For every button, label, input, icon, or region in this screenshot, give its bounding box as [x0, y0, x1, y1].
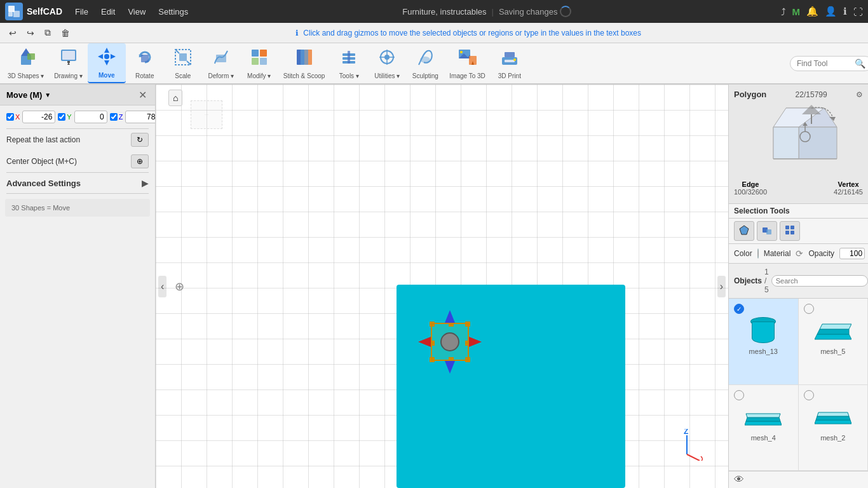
tools-icon [339, 47, 359, 71]
notification-icon[interactable]: 🔔 [806, 6, 818, 17]
mesh-5-checkbox[interactable] [804, 304, 814, 314]
repeat-action-row: Repeat the last action ↻ [0, 129, 155, 151]
divider-3 [6, 193, 149, 194]
icon-toolbar: 3D Shapes ▾ Drawing ▾ Move [0, 43, 868, 85]
panel-close-button[interactable]: ✕ [136, 88, 149, 101]
opacity-input[interactable]: 100 [839, 248, 865, 259]
tool-deform[interactable]: Deform ▾ [202, 43, 240, 83]
tool-move[interactable]: Move [88, 43, 126, 83]
tool-tools[interactable]: Tools ▾ [330, 43, 368, 83]
object-card-mesh-5[interactable]: mesh_5 [799, 299, 869, 385]
move-gizmo[interactable] [418, 310, 482, 374]
svg-rect-1 [13, 11, 20, 17]
advanced-settings-row[interactable]: Advanced Settings ▶ [0, 173, 155, 193]
y-checkbox-input[interactable] [58, 113, 65, 121]
object-card-mesh-4[interactable]: mesh_4 [729, 385, 799, 471]
advanced-arrow-icon: ▶ [142, 178, 149, 188]
object-card-mesh-13[interactable]: ✓ mesh_13 [729, 299, 799, 385]
find-tool-search-button[interactable]: 🔍 [855, 58, 865, 69]
delete-button[interactable]: 🗑 [57, 25, 74, 41]
x-value-input[interactable]: -26 [22, 111, 55, 123]
svg-marker-74 [815, 420, 851, 424]
x-checkbox-input[interactable] [6, 113, 14, 121]
mesh-settings-icon[interactable]: ⚙ [856, 90, 863, 99]
axis-indicator: Z X [671, 429, 703, 463]
M-icon[interactable]: M [792, 6, 801, 17]
tool-modify[interactable]: Modify ▾ [240, 43, 278, 83]
right-panel: Polygon 22/15799 ⚙ [728, 85, 868, 488]
tool-3d-print[interactable]: 3D Print [491, 43, 529, 83]
mesh-2-name: mesh_2 [820, 434, 845, 442]
canvas-nav-left-button[interactable]: ‹ [158, 276, 166, 297]
panel-title-text: Move (M) [6, 90, 42, 100]
tool-image-to-3d[interactable]: Image To 3D [444, 43, 491, 83]
z-checkbox-input[interactable] [110, 113, 118, 121]
svg-point-37 [420, 57, 430, 63]
objects-search-input[interactable] [771, 275, 868, 287]
z-checkbox[interactable]: Z [110, 113, 123, 121]
gizmo-center[interactable] [440, 332, 459, 351]
panel-header: Move (M) ▼ ✕ [0, 85, 155, 105]
canvas-vertical-gizmo[interactable]: ⊕ [175, 280, 184, 294]
share-icon[interactable]: ⤴ [781, 6, 786, 17]
menu-settings[interactable]: Settings [153, 4, 193, 19]
z-value-input[interactable]: 78 [125, 111, 156, 123]
mesh-4-checkbox[interactable] [734, 390, 744, 400]
svg-marker-61 [740, 226, 749, 234]
info-icon[interactable]: ℹ [843, 6, 847, 17]
canvas-area[interactable]: ‹ › ⌂ ··· ⊕ [156, 85, 728, 488]
material-icon[interactable]: ⟳ [796, 248, 803, 259]
gizmo-arrow-up[interactable] [445, 310, 455, 323]
deform-icon [211, 47, 231, 71]
edge-label: Edge [734, 180, 767, 188]
mesh-2-thumb [814, 403, 852, 431]
tool-stitch-scoop[interactable]: Stitch & Scoop [278, 43, 330, 83]
vertex-count: 42/16145 [834, 188, 863, 196]
tool-sculpting[interactable]: Sculpting [406, 43, 444, 83]
object-card-mesh-2[interactable]: mesh_2 [799, 385, 869, 471]
rotate-icon [135, 47, 155, 71]
eye-icon[interactable]: 👁 [734, 474, 744, 485]
tool-rotate[interactable]: Rotate [126, 43, 164, 83]
sel-tool-group[interactable] [780, 221, 800, 241]
sel-tool-box[interactable] [757, 221, 777, 241]
repeat-button[interactable]: ↻ [131, 133, 149, 147]
image-to-3d-label: Image To 3D [449, 72, 485, 79]
color-picker[interactable] [757, 248, 759, 259]
3d-shapes-label: 3D Shapes ▾ [8, 72, 44, 79]
menu-edit[interactable]: Edit [96, 4, 120, 19]
x-checkbox[interactable]: X [6, 113, 20, 121]
canvas-nav-right-button[interactable]: › [717, 276, 726, 297]
panel-dropdown-arrow[interactable]: ▼ [44, 92, 51, 98]
mesh-4-name: mesh_4 [751, 434, 776, 442]
svg-rect-22 [252, 50, 259, 57]
menu-file[interactable]: File [70, 4, 93, 19]
mesh-2-checkbox[interactable] [804, 390, 814, 400]
x-axis-label: X [700, 455, 703, 461]
tool-scale[interactable]: Scale [164, 43, 202, 83]
copy-button[interactable]: ⧉ [41, 25, 55, 41]
mesh-13-checkbox[interactable]: ✓ [734, 304, 744, 314]
gizmo-arrow-right[interactable] [469, 337, 482, 347]
center-button[interactable]: ⊕ [131, 154, 149, 168]
z-axis-label: Z [684, 429, 688, 436]
y-checkbox[interactable]: Y [58, 113, 71, 121]
repeat-icon: ↻ [137, 135, 143, 144]
user-icon[interactable]: 👤 [825, 6, 837, 17]
gizmo-arrow-down[interactable] [445, 361, 455, 374]
tool-utilities[interactable]: Utilities ▾ [368, 43, 406, 83]
menu-view[interactable]: View [123, 4, 151, 19]
gizmo-arrow-left[interactable] [418, 337, 431, 347]
tool-drawing[interactable]: Drawing ▾ [49, 43, 87, 83]
fullscreen-icon[interactable]: ⛶ [853, 6, 863, 17]
redo-button[interactable]: ↪ [23, 25, 38, 41]
undo-button[interactable]: ↩ [5, 25, 20, 41]
svg-marker-68 [815, 334, 851, 339]
sel-tool-polygon[interactable] [734, 221, 754, 241]
y-value-input[interactable]: 0 [74, 111, 107, 123]
stitch-scoop-label: Stitch & Scoop [283, 72, 325, 79]
canvas-home-button[interactable]: ⌂ [168, 90, 182, 106]
panel-title: Move (M) ▼ [6, 90, 51, 100]
tool-3d-shapes[interactable]: 3D Shapes ▾ [3, 43, 49, 83]
svg-rect-25 [260, 58, 267, 65]
